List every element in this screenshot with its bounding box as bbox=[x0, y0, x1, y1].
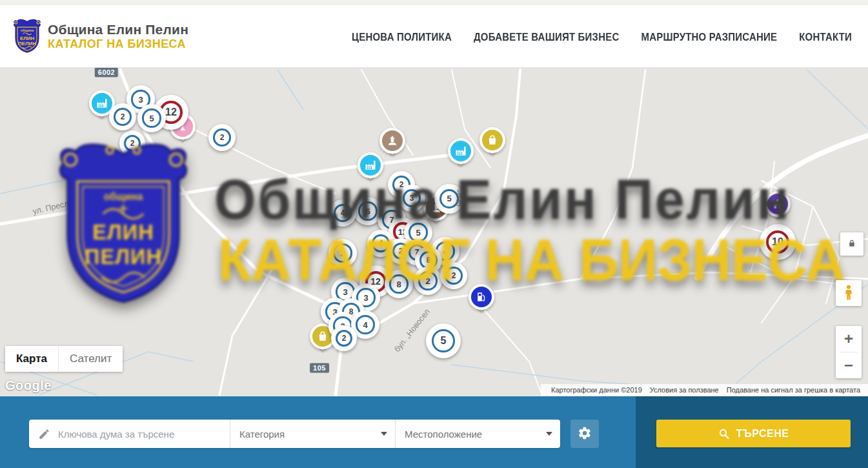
cluster-count: 2 bbox=[342, 334, 347, 343]
cluster-count: 4 bbox=[443, 247, 447, 256]
cluster-ring: 8 bbox=[389, 274, 408, 293]
church-pin[interactable] bbox=[765, 191, 791, 217]
cluster-count: 2 bbox=[121, 112, 125, 121]
report-error-link[interactable]: Подаване на сигнал за грешка в картата bbox=[723, 386, 864, 394]
search-form: Категория Местоположение bbox=[29, 420, 560, 448]
cluster-count: 5 bbox=[149, 114, 154, 123]
gear-icon bbox=[578, 426, 592, 442]
location-select-label: Местоположение bbox=[405, 429, 482, 440]
map-type-map-button[interactable]: Карта bbox=[5, 346, 58, 372]
fuel-pin[interactable] bbox=[469, 284, 494, 310]
worker-icon bbox=[379, 128, 405, 154]
cluster-marker[interactable]: 2 bbox=[109, 103, 136, 130]
cluster-count: 4 bbox=[341, 209, 345, 218]
cluster-marker[interactable]: 4 bbox=[329, 199, 356, 227]
bag-icon bbox=[479, 127, 505, 153]
cluster-count: 5 bbox=[447, 194, 451, 203]
cluster-ring: 2 bbox=[333, 243, 352, 262]
nav-item[interactable]: МАРШРУТНО РАЗПИСАНИЕ bbox=[641, 30, 777, 42]
factory-icon bbox=[358, 152, 383, 178]
cluster-ring: 3 bbox=[403, 189, 421, 207]
fuel-icon bbox=[469, 284, 494, 310]
cluster-ring: 4 bbox=[334, 204, 352, 222]
cluster-count: 10 bbox=[772, 236, 783, 248]
zoom-in-button[interactable]: + bbox=[836, 326, 862, 352]
cluster-marker[interactable]: 8 bbox=[385, 270, 413, 298]
zoom-control: + − bbox=[836, 326, 862, 378]
cluster-count: 12 bbox=[165, 107, 177, 118]
cluster-count: 3 bbox=[410, 194, 414, 203]
advanced-settings-button[interactable] bbox=[570, 420, 599, 448]
svg-text:община: община bbox=[21, 28, 34, 32]
cluster-marker[interactable]: 2 bbox=[440, 262, 467, 289]
cluster-ring: 10 bbox=[766, 230, 790, 254]
search-button[interactable]: ТЪРСЕНЕ bbox=[656, 420, 851, 447]
cluster-ring: 2 bbox=[124, 135, 141, 152]
category-select[interactable]: Категория bbox=[230, 420, 395, 448]
pegman-icon bbox=[842, 284, 856, 303]
cluster-count: 6 bbox=[365, 207, 370, 216]
zoom-out-button[interactable]: − bbox=[836, 352, 862, 378]
cluster-ring: 4 bbox=[356, 315, 374, 334]
cluster-count: 5 bbox=[441, 335, 447, 347]
cluster-marker[interactable]: 2 bbox=[328, 239, 357, 267]
nav-item[interactable]: КОНТАКТИ bbox=[799, 30, 852, 42]
cluster-ring: 5 bbox=[142, 108, 161, 127]
cluster-ring: 5 bbox=[432, 329, 455, 352]
brand-text: Община Елин Пелин КАТАЛОГ НА БИЗНЕСА bbox=[48, 22, 188, 51]
nav-item[interactable]: ЦЕНОВА ПОЛИТИКА bbox=[352, 30, 452, 42]
cluster-marker[interactable]: 2 bbox=[414, 267, 442, 295]
factory-pin[interactable] bbox=[448, 138, 474, 164]
cluster-count: 2 bbox=[340, 249, 345, 258]
cluster-count: 2 bbox=[399, 247, 403, 256]
cluster-marker[interactable]: 5 bbox=[426, 323, 461, 358]
terms-link[interactable]: Условия за ползване bbox=[646, 386, 723, 394]
site-subtitle: КАТАЛОГ НА БИЗНЕСА bbox=[48, 37, 188, 51]
map-type-satellite-button[interactable]: Сателит bbox=[58, 346, 123, 372]
factory-icon bbox=[448, 138, 474, 164]
cluster-marker[interactable]: 2 bbox=[208, 124, 236, 151]
location-select[interactable]: Местоположение bbox=[395, 420, 560, 448]
cluster-marker[interactable]: 10 bbox=[760, 224, 796, 260]
search-icon bbox=[718, 427, 730, 440]
cluster-ring: 2 bbox=[418, 271, 437, 290]
cluster-marker[interactable]: 3 bbox=[398, 185, 425, 212]
svg-text:ЕЛИН: ЕЛИН bbox=[20, 36, 35, 41]
pencil-icon bbox=[38, 428, 50, 440]
cluster-marker[interactable]: 5 bbox=[137, 104, 166, 132]
road-number-shield: 6002 bbox=[95, 68, 118, 77]
google-logo[interactable]: Google bbox=[5, 378, 52, 393]
map-copyright: Картографски данни ©2019 bbox=[547, 386, 646, 394]
keyword-input[interactable] bbox=[57, 428, 214, 440]
site-header: община ЕЛИН ПЕЛИН Община Елин Пелин КАТА… bbox=[0, 5, 868, 68]
cluster-ring: 2 bbox=[445, 267, 463, 285]
chevron-down-icon bbox=[546, 432, 552, 436]
cluster-ring: 2 bbox=[213, 128, 231, 147]
chevron-down-icon bbox=[381, 432, 387, 436]
keyword-field[interactable] bbox=[29, 420, 230, 448]
bag-pin[interactable] bbox=[479, 127, 505, 153]
road-number-shield: 105 bbox=[310, 363, 329, 373]
site-title: Община Елин Пелин bbox=[48, 22, 188, 37]
cluster-marker[interactable]: 2 bbox=[331, 325, 357, 351]
cluster-count: 4 bbox=[379, 239, 383, 248]
map-attribution: Картографски данни ©2019 Условия за полз… bbox=[541, 384, 868, 396]
category-select-label: Категория bbox=[239, 429, 285, 440]
factory-pin[interactable] bbox=[358, 152, 383, 178]
search-button-label: ТЪРСЕНЕ bbox=[736, 427, 789, 440]
cluster-count: 3 bbox=[343, 287, 347, 297]
cluster-count: 8 bbox=[427, 256, 431, 265]
lock-icon bbox=[847, 238, 857, 250]
brand-logo-link[interactable]: община ЕЛИН ПЕЛИН Община Елин Пелин КАТА… bbox=[13, 17, 188, 55]
nav-item[interactable]: ДОБАВЕТЕ ВАШИЯТ БИЗНЕС bbox=[474, 30, 619, 42]
svg-text:ПЕЛИН: ПЕЛИН bbox=[18, 41, 36, 46]
cluster-count: 3 bbox=[363, 293, 368, 303]
cluster-ring: 2 bbox=[114, 108, 132, 126]
lock-button[interactable] bbox=[840, 232, 863, 256]
cluster-count: 2 bbox=[220, 133, 225, 142]
cluster-marker[interactable]: 2 bbox=[119, 130, 145, 156]
worker-pin[interactable] bbox=[379, 128, 405, 154]
cluster-count: 3 bbox=[138, 95, 143, 105]
street-view-pegman-button[interactable] bbox=[836, 280, 862, 306]
church-icon bbox=[765, 191, 791, 217]
